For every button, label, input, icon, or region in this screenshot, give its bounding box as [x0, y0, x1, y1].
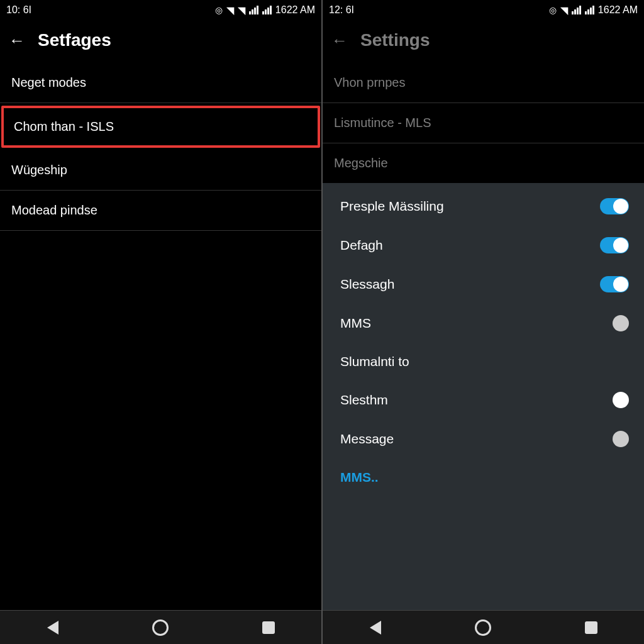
status-clock: 1622 AM [275, 4, 315, 16]
nav-back-icon[interactable] [370, 621, 381, 635]
list-item[interactable]: Wügeship [0, 150, 321, 191]
list-item[interactable]: Neget modes [0, 63, 321, 103]
back-icon[interactable]: ← [331, 32, 348, 48]
nav-bar [323, 610, 644, 644]
phone-left: 10: 6I ◎ ◥ ◥ 1622 AM ← Setfages Neget mo… [0, 0, 321, 644]
status-bar: 10: 6I ◎ ◥ ◥ 1622 AM [0, 0, 321, 20]
list-item[interactable]: Megschie [323, 143, 644, 183]
list-item[interactable]: Lismutince - MLS [323, 103, 644, 143]
list-item[interactable]: Vhon prnpes [323, 63, 644, 103]
toggle-panel: Presple Mässiling Defagh Slessagh MMS Sl… [323, 183, 644, 610]
list-item[interactable]: Modead pindse [0, 191, 321, 231]
toggle-row[interactable]: Slesthm [323, 380, 644, 419]
header: ← Setfages [0, 20, 321, 63]
toggle-switch[interactable] [600, 237, 629, 253]
vibrate-icon: ◎ [549, 5, 557, 15]
toggle-off-icon[interactable] [613, 315, 629, 331]
nav-home-icon[interactable] [152, 619, 169, 636]
status-bar: 12: 6I ◎ ◥ 1622 AM [323, 0, 644, 20]
nav-recent-icon[interactable] [262, 621, 275, 634]
wifi-icon: ◥ [226, 4, 234, 16]
nav-recent-icon[interactable] [585, 621, 597, 634]
toggle-row[interactable]: Slumalnti to [323, 343, 644, 380]
status-icons: ◎ ◥ ◥ 1622 AM [215, 4, 315, 16]
toggle-label: Message [340, 431, 394, 447]
toggle-label: Slumalnti to [340, 354, 409, 369]
signal-icon-2 [585, 6, 594, 14]
status-clock: 1622 AM [598, 4, 638, 16]
wifi-icon: ◥ [560, 4, 568, 16]
toggle-row[interactable]: Message [323, 419, 644, 458]
list-item-highlighted[interactable]: Chom than - ISLS [1, 106, 320, 148]
phone-right: 12: 6I ◎ ◥ 1622 AM ← Settings Vhon prnpe… [323, 0, 644, 644]
header: ← Settings [323, 20, 644, 63]
toggle-switch[interactable] [600, 198, 629, 214]
toggle-label: Slessagh [340, 277, 394, 292]
nav-bar [0, 610, 321, 644]
settings-list: Neget modes Chom than - ISLS Wügeship Mo… [0, 63, 321, 610]
nav-home-icon[interactable] [475, 619, 491, 636]
toggle-off-icon[interactable] [613, 431, 629, 447]
back-icon[interactable]: ← [9, 32, 25, 48]
toggle-label: Slesthm [340, 392, 388, 408]
signal-icon [249, 6, 258, 14]
status-time: 10: 6I [6, 4, 31, 16]
status-icons: ◎ ◥ 1622 AM [549, 4, 638, 16]
toggle-row[interactable]: Presple Mässiling [323, 187, 644, 226]
toggle-label: Presple Mässiling [340, 199, 444, 214]
status-time: 12: 6I [329, 4, 354, 16]
wifi-icon: ◥ [238, 4, 245, 16]
toggle-label: MMS [340, 316, 371, 331]
toggle-row[interactable]: Slessagh [323, 265, 644, 304]
page-title: Setfages [38, 30, 111, 50]
spacer [0, 231, 321, 610]
page-title: Settings [360, 30, 430, 50]
toggle-label: Defagh [340, 238, 383, 253]
toggle-row[interactable]: MMS [323, 304, 644, 343]
nav-back-icon[interactable] [47, 621, 58, 635]
toggle-switch[interactable] [600, 276, 629, 292]
toggle-row[interactable]: Defagh [323, 226, 644, 265]
toggle-off-icon[interactable] [613, 392, 629, 408]
signal-icon-2 [262, 6, 272, 14]
signal-icon [572, 6, 581, 14]
vibrate-icon: ◎ [215, 5, 223, 15]
link-mms[interactable]: MMS.. [323, 458, 644, 496]
